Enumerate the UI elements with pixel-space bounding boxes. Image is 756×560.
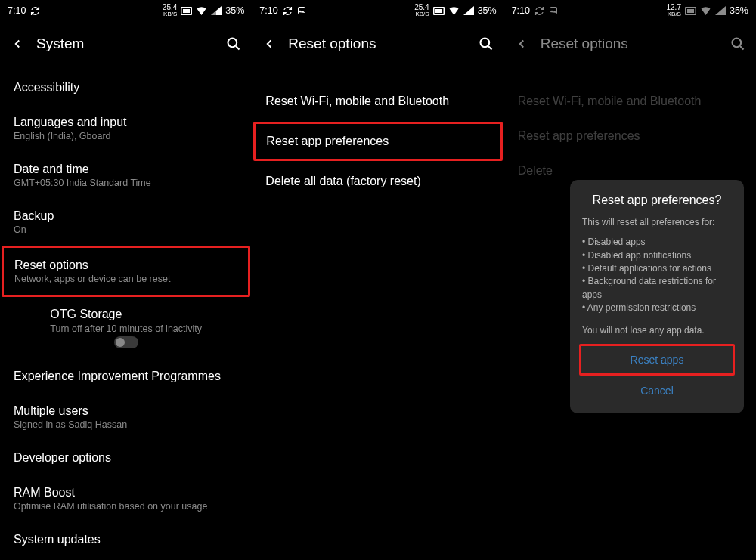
status-time: 7:10 [259, 5, 277, 16]
sync-icon [534, 6, 544, 16]
svg-point-3 [228, 39, 237, 48]
search-icon[interactable] [226, 36, 241, 51]
item-factory-reset[interactable]: Delete all data (factory reset) [255, 164, 500, 199]
status-bar: 7:10 12.7KB/S 35% [504, 0, 756, 21]
status-time: 7:10 [512, 5, 530, 16]
svg-rect-9 [550, 8, 557, 14]
volte-icon [685, 7, 696, 15]
volte-icon [433, 7, 445, 15]
status-kbps: 25.4KB/S [163, 4, 177, 17]
search-icon[interactable] [479, 36, 494, 51]
search-icon[interactable] [730, 36, 745, 51]
item-experience[interactable]: Experience Improvement Programmes [3, 359, 249, 394]
bullet: Disabled app notifications [582, 249, 732, 262]
svg-rect-2 [183, 9, 190, 13]
back-icon[interactable] [262, 37, 276, 51]
reset-list: Reset Wi-Fi, mobile and Bluetooth Reset … [504, 70, 756, 188]
bullet: Any permission restrictions [582, 302, 732, 314]
header: System [0, 21, 252, 67]
item-reset-wifi[interactable]: Reset Wi-Fi, mobile and Bluetooth [507, 84, 753, 119]
status-battery: 35% [478, 5, 497, 16]
status-kbps: 12.7KB/S [666, 4, 680, 17]
page-title: Reset options [288, 36, 466, 52]
status-kbps: 25.4KB/S [414, 4, 429, 17]
item-accessibility[interactable]: Accessibility [3, 70, 249, 105]
sync-icon [283, 6, 293, 16]
item-languages[interactable]: Languages and input English (India), Gbo… [3, 105, 249, 152]
svg-rect-7 [435, 9, 442, 13]
bullet: Background data restrictions for apps [582, 275, 732, 302]
wifi-icon [448, 6, 460, 15]
status-battery: 35% [225, 5, 244, 16]
item-developer-options[interactable]: Developer options [3, 441, 249, 475]
page-title: System [36, 36, 214, 52]
sync-icon [30, 6, 40, 16]
status-bar: 7:10 25.4KB/S 35% [0, 0, 252, 21]
screen-system: 7:10 25.4KB/S 35% System Accessibility L… [0, 0, 252, 560]
status-battery: 35% [730, 5, 748, 16]
dialog-bullets: Disabled apps Disabled app notifications… [582, 236, 732, 314]
wifi-icon [196, 6, 207, 15]
item-multiple-users[interactable]: Multiple users Signed in as Sadiq Hassan [3, 394, 249, 441]
screen-reset-options: 7:10 25.4KB/S 35% Reset options Reset Wi… [252, 0, 503, 560]
bullet: Default applications for actions [582, 262, 732, 275]
bullet: Disabled apps [582, 236, 732, 249]
reset-apps-button[interactable]: Reset apps [579, 344, 735, 376]
back-icon[interactable] [11, 37, 24, 51]
status-time: 7:10 [8, 5, 26, 16]
item-ram-boost[interactable]: RAM Boost Optimise RAM utilisation based… [3, 475, 249, 522]
dialog-title: Reset app preferences? [582, 193, 732, 207]
item-date-time[interactable]: Date and time GMT+05:30 India Standard T… [3, 152, 249, 199]
item-reset-app-prefs[interactable]: Reset app preferences [507, 119, 753, 153]
reset-list: Reset Wi-Fi, mobile and Bluetooth Reset … [252, 70, 503, 199]
dialog-note: You will not lose any app data. [582, 324, 732, 336]
reset-prefs-dialog: Reset app preferences? This will reset a… [570, 180, 744, 413]
svg-point-13 [732, 39, 741, 48]
cancel-button[interactable]: Cancel [582, 377, 732, 404]
item-reset-wifi[interactable]: Reset Wi-Fi, mobile and Bluetooth [255, 84, 500, 119]
otg-toggle[interactable] [114, 336, 138, 348]
item-system-updates[interactable]: System updates [3, 522, 249, 557]
svg-point-8 [480, 39, 489, 48]
item-otg-storage[interactable]: OTG Storage Turn off after 10 minutes of… [3, 297, 249, 359]
signal-icon [211, 6, 222, 15]
screen-reset-dialog: 7:10 12.7KB/S 35% Reset options Reset Wi… [504, 0, 756, 560]
screenshot-icon [549, 6, 558, 15]
item-reset-app-prefs[interactable]: Reset app preferences [253, 122, 502, 161]
back-icon[interactable] [515, 37, 528, 51]
signal-icon [463, 6, 474, 15]
dialog-intro: This will reset all preferences for: [582, 216, 732, 228]
header: Reset options [504, 21, 756, 67]
header: Reset options [252, 21, 503, 67]
svg-rect-4 [298, 8, 305, 14]
svg-rect-12 [687, 9, 694, 13]
screenshot-icon [297, 6, 306, 15]
volte-icon [181, 7, 192, 15]
wifi-icon [700, 6, 711, 15]
settings-list: Accessibility Languages and input Englis… [0, 70, 252, 557]
status-bar: 7:10 25.4KB/S 35% [252, 0, 503, 21]
page-title: Reset options [541, 36, 718, 52]
item-reset-options[interactable]: Reset options Network, apps or device ca… [2, 246, 250, 297]
item-backup[interactable]: Backup On [3, 199, 249, 246]
signal-icon [715, 6, 726, 15]
